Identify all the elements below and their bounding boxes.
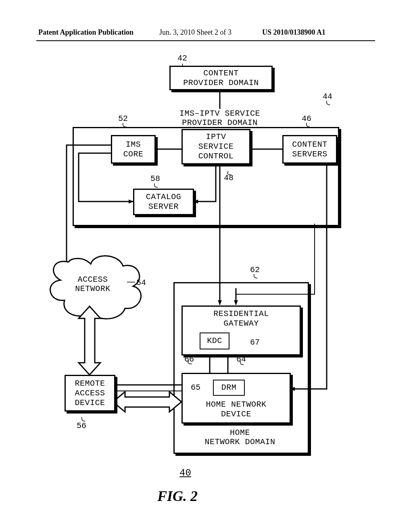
remote-access-l1: REMOTE [75, 379, 105, 389]
home-net-domain-l2: NETWORK DOMAIN [204, 437, 275, 447]
content-provider-domain-l1: CONTENT [203, 69, 239, 78]
content-servers-l2: SERVERS [292, 150, 327, 159]
kdc-box: KDC [200, 332, 229, 349]
ims-core-l2: CORE [123, 150, 143, 159]
catalog-server-box: CATALOG SERVER [133, 189, 194, 215]
remote-access-l3: DEVICE [75, 398, 105, 408]
content-servers-box: CONTENT SERVERS [282, 135, 337, 164]
ims-core-l1: IMS [126, 140, 141, 150]
access-network-label: ACCESS NETWORK [67, 275, 119, 293]
ref-65: 65 [191, 383, 200, 392]
content-provider-domain-l2: PROVIDER DOMAIN [183, 78, 259, 88]
ref-58: 58 [150, 174, 160, 183]
access-to-remote-double-arrow [79, 306, 100, 375]
ref-56: 56 [77, 421, 86, 430]
header-right: US 2010/0138900 A1 [262, 28, 325, 37]
figure-ref-40: 40 [179, 468, 191, 478]
content-servers-l1: CONTENT [292, 140, 327, 150]
ims-iptv-domain-label: IMS–IPTV SERVICE PROVIDER DOMAIN [173, 109, 266, 127]
iptv-svc-l3: CONTROL [198, 152, 234, 161]
ref-46: 46 [302, 114, 311, 123]
ref-67: 67 [250, 338, 260, 347]
iptv-svc-l2: SERVICE [198, 142, 234, 152]
access-network-l2: NETWORK [75, 284, 111, 293]
remote-access-l2: ACCESS [75, 389, 105, 398]
remote-access-device-box: REMOTE ACCESS DEVICE [65, 375, 115, 411]
home-net-domain-l1: HOME [230, 428, 250, 437]
res-gateway-l1: RESIDENTIAL [213, 309, 269, 319]
header-rule [36, 40, 375, 41]
ref-64: 64 [236, 355, 246, 364]
iptv-svc-l1: IPTV [206, 132, 226, 142]
ref-52: 52 [118, 114, 128, 123]
iptv-service-control-box: IPTV SERVICE CONTROL [181, 129, 250, 164]
header-middle: Jun. 3, 2010 Sheet 2 of 3 [159, 28, 232, 37]
home-net-dev-l1: HOME NETWORK [206, 400, 266, 409]
ref-62: 62 [250, 265, 260, 274]
drm-label: DRM [221, 383, 237, 393]
ref-54: 54 [136, 278, 146, 287]
home-net-dev-l2: DEVICE [221, 409, 251, 419]
ims-iptv-l1: IMS–IPTV SERVICE [179, 109, 260, 118]
catalog-l1: CATALOG [146, 192, 181, 202]
figure-title: FIG. 2 [157, 488, 198, 505]
ref-44: 44 [323, 92, 332, 101]
ims-core-box: IMS CORE [111, 135, 156, 164]
content-provider-domain-box: CONTENT PROVIDER DOMAIN [169, 66, 273, 90]
ref-66: 66 [184, 355, 194, 364]
ref-48: 48 [224, 173, 234, 183]
ref-42: 42 [177, 54, 187, 63]
catalog-l2: SERVER [148, 202, 179, 212]
access-network-l1: ACCESS [77, 275, 108, 284]
kdc-label: KDC [207, 336, 222, 346]
remote-to-home-double-arrow [113, 392, 181, 412]
res-gateway-l2: GATEWAY [223, 319, 259, 328]
header-left: Patent Application Publication [38, 28, 133, 37]
ims-iptv-l2: PROVIDER DOMAIN [182, 118, 258, 127]
drm-box: DRM [213, 380, 245, 396]
home-network-domain-label: HOME NETWORK DOMAIN [190, 428, 290, 447]
